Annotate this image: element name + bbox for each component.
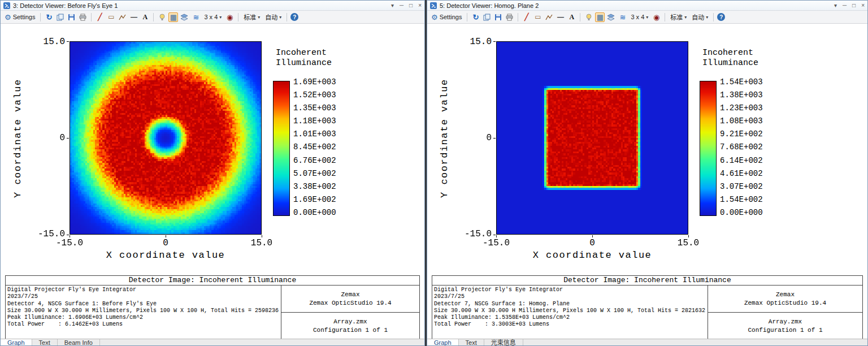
lamp-icon[interactable] [157, 12, 167, 22]
toolbar: ⚙ Settings ↻ ╱ ▭ — A ▦ ≋ 3 x 4 [427, 11, 867, 24]
separator [91, 13, 92, 21]
waves-icon[interactable]: ≋ [618, 12, 627, 22]
y-tick-label: 0 [465, 133, 492, 143]
maximize-button[interactable]: □ [409, 3, 413, 8]
refresh-icon[interactable]: ↻ [471, 12, 480, 22]
print-icon[interactable] [505, 12, 514, 22]
print-icon[interactable] [78, 12, 88, 22]
info-line: Digital Projector Fly's Eye Integrator [434, 287, 706, 293]
grid-size-dropdown[interactable]: 3 x 4 ▾ [202, 13, 223, 21]
tab-graph[interactable]: Graph [1, 339, 32, 345]
copy-icon[interactable] [55, 12, 65, 22]
colorbar-tick: 1.38E+003 [720, 90, 763, 100]
tab-graph[interactable]: Graph [427, 339, 459, 345]
tab-beam-info[interactable]: 光束信息 [484, 339, 523, 345]
settings-label: Settings [13, 14, 36, 20]
chevron-down-icon: ▾ [646, 15, 648, 20]
dash-tool-icon[interactable]: — [129, 12, 138, 22]
window-menu-button[interactable]: ▾ [391, 3, 394, 8]
separator [40, 13, 41, 21]
waves-icon[interactable]: ≋ [191, 12, 201, 22]
window-title: 3: Detector Viewer: Before Fly's Eye 1 [13, 2, 118, 9]
settings-button[interactable]: ⚙ Settings [429, 12, 463, 22]
titlebar[interactable]: 5: Detector Viewer: Homog. Plane 2 ▾ ─ □… [427, 1, 867, 11]
info-line: Peak Illuminance: 1.5358E+03 Lumens/cm^2 [434, 314, 706, 321]
text-tool-icon[interactable]: A [567, 12, 576, 22]
copy-icon[interactable] [482, 12, 492, 22]
config-cell: Array.zmx Configuration 1 of 1 [708, 313, 862, 339]
gear-icon: ⚙ [431, 13, 438, 21]
colorbar-tick: 3.38E+002 [293, 182, 336, 191]
separator [238, 13, 238, 21]
minimize-button[interactable]: ─ [400, 3, 403, 8]
grid-size-dropdown[interactable]: 3 x 4 ▾ [629, 13, 650, 21]
detector-info: Digital Projector Fly's Eye Integrator 2… [432, 286, 708, 339]
x-tick-label: 0 [149, 238, 183, 248]
detector-image-header: Detector Image: Incoherent Illuminance [432, 275, 863, 286]
settings-button[interactable]: ⚙ Settings [3, 12, 37, 22]
line-tool-icon[interactable]: ╱ [522, 12, 531, 22]
grid-display-icon[interactable]: ▦ [168, 12, 178, 22]
colorbar-tick: 1.18E+003 [293, 116, 336, 126]
close-button[interactable]: × [418, 3, 422, 8]
target-icon[interactable]: ◉ [225, 12, 235, 22]
y-tick-mark [67, 235, 69, 235]
rectangle-tool-icon[interactable]: ▭ [533, 12, 542, 22]
text-tool-icon[interactable]: A [140, 12, 150, 22]
tab-text[interactable]: Text [459, 339, 484, 345]
rectangle-tool-icon[interactable]: ▭ [106, 12, 116, 22]
auto-label: 自动 [265, 12, 277, 21]
x-tick-mark [496, 235, 497, 237]
x-tick-mark [688, 235, 689, 237]
maximize-button[interactable]: □ [852, 3, 856, 8]
grid-display-icon[interactable]: ▦ [595, 12, 605, 22]
gear-icon: ⚙ [5, 13, 11, 21]
colorbar-tick: 8.45E+002 [293, 142, 336, 152]
save-icon[interactable] [67, 12, 76, 22]
standard-dropdown[interactable]: 标准 ▾ [669, 12, 688, 22]
polyline-tool-icon[interactable] [118, 12, 127, 22]
colorbar-title: Incoherent Illuminance [276, 48, 332, 68]
brand-version: Zemax OpticStudio 19.4 [744, 300, 826, 306]
dash-tool-icon[interactable]: — [555, 12, 565, 22]
layers-icon[interactable] [606, 12, 616, 22]
x-tick-mark [592, 235, 593, 237]
separator [287, 13, 287, 21]
y-tick-mark [493, 138, 496, 139]
colorbar-tick: 1.54E+002 [720, 195, 763, 204]
tab-beam-info[interactable]: Beam Info [58, 339, 100, 345]
tab-bar: Graph Text 光束信息 [427, 339, 867, 345]
file-name: Array.zmx [333, 318, 367, 325]
minimize-button[interactable]: ─ [843, 3, 847, 8]
titlebar[interactable]: 3: Detector Viewer: Before Fly's Eye 1 ▾… [1, 1, 424, 11]
tab-bar: Graph Text Beam Info [1, 339, 424, 345]
lamp-icon[interactable] [584, 12, 593, 22]
save-icon[interactable] [493, 12, 503, 22]
auto-dropdown[interactable]: 自动 ▾ [690, 12, 710, 22]
auto-dropdown[interactable]: 自动 ▾ [263, 12, 283, 22]
colorbar-tick: 1.01E+003 [293, 129, 336, 139]
y-tick-mark [493, 235, 496, 235]
standard-dropdown[interactable]: 标准 ▾ [242, 12, 262, 22]
polyline-tool-icon[interactable] [544, 12, 554, 22]
refresh-icon[interactable]: ↻ [44, 12, 54, 22]
colorbar-tick: 1.69E+002 [293, 195, 336, 204]
x-axis-label: X coordinate value [496, 250, 688, 261]
help-icon[interactable]: ? [717, 13, 725, 21]
grid-size-label: 3 x 4 [631, 14, 644, 20]
brand-cell: Zemax Zemax OpticStudio 19.4 [708, 286, 862, 313]
layers-icon[interactable] [180, 12, 189, 22]
info-line: 2023/7/25 [434, 293, 706, 300]
brand-name: Zemax [341, 291, 359, 298]
close-button[interactable]: × [861, 3, 865, 8]
colorbar-tick: 1.08E+003 [720, 116, 763, 126]
help-icon[interactable]: ? [290, 13, 298, 21]
tab-text[interactable]: Text [32, 339, 58, 345]
chevron-down-icon: ▾ [706, 15, 708, 20]
target-icon[interactable]: ◉ [652, 12, 661, 22]
auto-label: 自动 [692, 12, 704, 21]
line-tool-icon[interactable]: ╱ [95, 12, 105, 22]
window-menu-button[interactable]: ▾ [834, 3, 837, 8]
x-tick-label: 0 [575, 238, 609, 248]
chevron-down-icon: ▾ [258, 15, 260, 20]
